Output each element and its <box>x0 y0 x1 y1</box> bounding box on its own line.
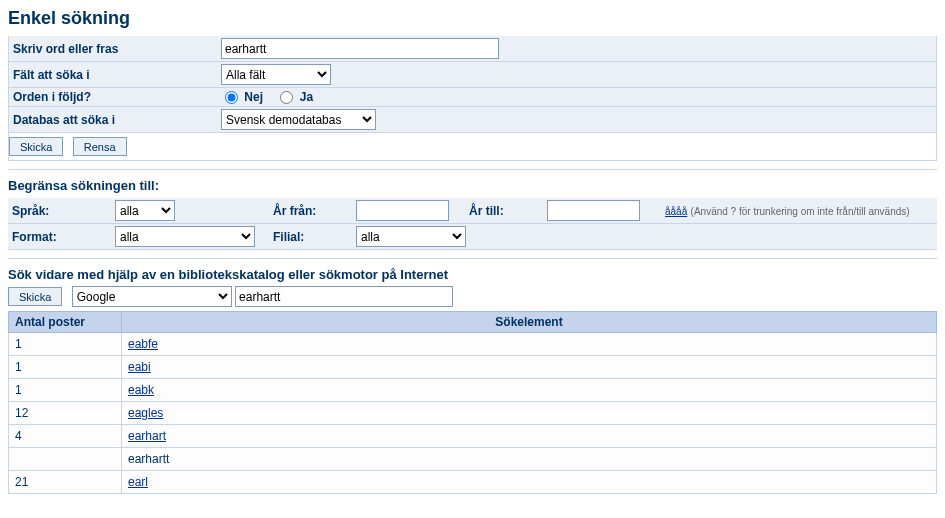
external-engine-select[interactable]: Google <box>72 286 232 307</box>
database-select[interactable]: Svensk demodatabas <box>221 109 376 130</box>
limit-form: Språk: alla År från: År till: åååå (Anvä… <box>8 197 937 250</box>
external-submit-button[interactable]: Skicka <box>8 287 62 306</box>
format-select[interactable]: alla <box>115 226 255 247</box>
term-cell: eabk <box>122 379 937 402</box>
branch-label: Filial: <box>269 224 352 250</box>
table-row: 1eabi <box>9 356 937 379</box>
term-link[interactable]: earl <box>128 475 148 489</box>
term-cell: eabfe <box>122 333 937 356</box>
table-row: 12eagles <box>9 402 937 425</box>
term-link[interactable]: eagles <box>128 406 163 420</box>
language-label: Språk: <box>8 198 111 224</box>
database-label: Databas att söka i <box>9 107 218 133</box>
order-label: Orden i följd? <box>9 88 218 107</box>
term-link[interactable]: eabi <box>128 360 151 374</box>
year-to-label: År till: <box>465 198 543 224</box>
query-input[interactable] <box>221 38 499 59</box>
year-hint-text: (Använd ? för trunkering om inte från/ti… <box>691 206 910 217</box>
count-cell: 12 <box>9 402 122 425</box>
divider <box>8 258 937 259</box>
term-cell: earhartt <box>122 448 937 471</box>
language-select[interactable]: alla <box>115 200 175 221</box>
divider <box>8 169 937 170</box>
submit-button[interactable]: Skicka <box>9 137 63 156</box>
search-form: Skriv ord eller fras Fält att söka i All… <box>8 35 937 161</box>
clear-button[interactable]: Rensa <box>73 137 127 156</box>
external-search-row: Skicka Google <box>8 286 937 307</box>
count-cell: 1 <box>9 356 122 379</box>
format-label: Format: <box>8 224 111 250</box>
external-heading: Sök vidare med hjälp av en bibliotekskat… <box>8 267 937 282</box>
year-from-input[interactable] <box>356 200 449 221</box>
term-link[interactable]: eabfe <box>128 337 158 351</box>
year-to-input[interactable] <box>547 200 640 221</box>
results-term-header: Sökelement <box>122 312 937 333</box>
term-link[interactable]: earhart <box>128 429 166 443</box>
results-count-header: Antal poster <box>9 312 122 333</box>
limit-heading: Begränsa sökningen till: <box>8 178 937 193</box>
table-row: earhartt <box>9 448 937 471</box>
term-cell: earl <box>122 471 937 494</box>
term-link[interactable]: eabk <box>128 383 154 397</box>
field-select[interactable]: Alla fält <box>221 64 331 85</box>
order-no-label: Nej <box>244 90 263 104</box>
order-yes-radio[interactable] <box>280 91 293 104</box>
results-table: Antal poster Sökelement 1eabfe1eabi1eabk… <box>8 311 937 494</box>
field-label: Fält att söka i <box>9 62 218 88</box>
table-row: 21earl <box>9 471 937 494</box>
count-cell: 4 <box>9 425 122 448</box>
query-label: Skriv ord eller fras <box>9 36 218 62</box>
table-row: 1eabk <box>9 379 937 402</box>
page-title: Enkel sökning <box>8 8 937 29</box>
table-row: 4earhart <box>9 425 937 448</box>
order-no-radio[interactable] <box>225 91 238 104</box>
term-cell: earhart <box>122 425 937 448</box>
term-cell: eagles <box>122 402 937 425</box>
order-yes-label: Ja <box>300 90 313 104</box>
table-row: 1eabfe <box>9 333 937 356</box>
count-cell: 21 <box>9 471 122 494</box>
year-from-label: År från: <box>269 198 352 224</box>
count-cell: 1 <box>9 333 122 356</box>
external-query-input[interactable] <box>235 286 453 307</box>
count-cell <box>9 448 122 471</box>
branch-select[interactable]: alla <box>356 226 466 247</box>
count-cell: 1 <box>9 379 122 402</box>
term-cell: eabi <box>122 356 937 379</box>
year-hint-link[interactable]: åååå <box>665 206 687 217</box>
